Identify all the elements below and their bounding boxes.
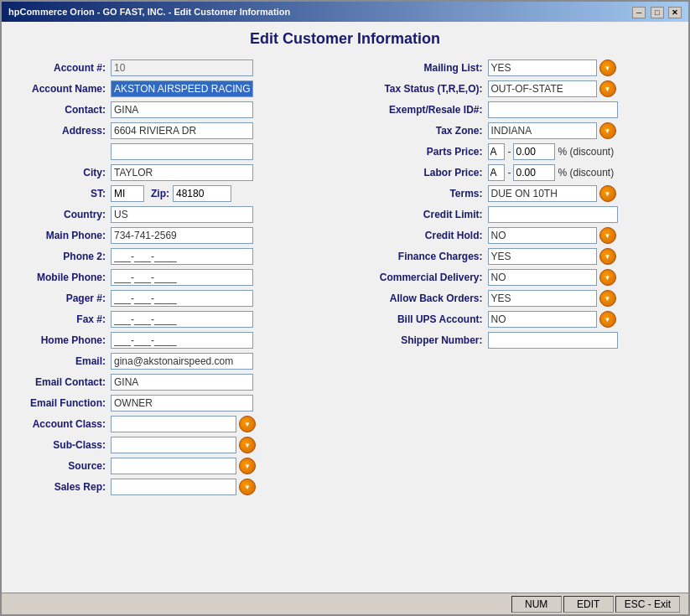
- email-input[interactable]: [111, 353, 253, 370]
- exempt-input[interactable]: [488, 101, 618, 118]
- zip-input[interactable]: [173, 185, 231, 202]
- contact-input[interactable]: [111, 101, 253, 118]
- tax-zone-dropdown-button[interactable]: ▼: [599, 122, 616, 139]
- labor-price-label: Labor Price:: [354, 167, 488, 179]
- terms-input[interactable]: [488, 185, 597, 202]
- account-name-input[interactable]: [111, 80, 253, 97]
- bill-ups-row: Bill UPS Account: ▼: [354, 311, 672, 328]
- labor-price-letter-input[interactable]: [488, 164, 505, 181]
- allow-back-orders-dropdown-button[interactable]: ▼: [599, 290, 616, 307]
- st-label: ST:: [18, 188, 111, 199]
- country-input[interactable]: [111, 206, 253, 223]
- commercial-delivery-input[interactable]: [488, 269, 597, 286]
- minimize-button[interactable]: ─: [632, 7, 646, 18]
- home-phone-input[interactable]: [111, 332, 253, 349]
- credit-hold-field: ▼: [488, 227, 672, 244]
- finance-charges-dropdown-button[interactable]: ▼: [599, 248, 616, 265]
- account-number-row: Account #:: [18, 60, 337, 76]
- credit-hold-dropdown-button[interactable]: ▼: [599, 227, 616, 244]
- sales-rep-dropdown-button[interactable]: ▼: [239, 479, 256, 495]
- address2-input[interactable]: [111, 143, 253, 160]
- mobile-row: Mobile Phone:: [18, 269, 337, 286]
- finance-charges-input[interactable]: [488, 248, 597, 265]
- mailing-list-input[interactable]: [488, 60, 597, 76]
- finance-charges-label: Finance Charges:: [354, 251, 488, 262]
- parts-price-fields: - % (discount): [488, 143, 672, 160]
- email-function-label: Email Function:: [18, 397, 111, 409]
- labor-price-pct-label: % (discount): [558, 167, 615, 179]
- mobile-input[interactable]: [111, 269, 253, 286]
- email-function-input[interactable]: [111, 395, 253, 412]
- close-button[interactable]: ✕: [668, 7, 682, 18]
- fax-input[interactable]: [111, 311, 253, 328]
- contact-row: Contact:: [18, 101, 337, 118]
- parts-price-letter-input[interactable]: [488, 143, 505, 160]
- account-class-input[interactable]: [111, 416, 236, 432]
- source-input[interactable]: [111, 458, 236, 474]
- bill-ups-input[interactable]: [488, 311, 597, 328]
- account-name-label: Account Name:: [18, 83, 111, 95]
- window-title: hpCommerce Orion - GO FAST, INC. - Edit …: [8, 7, 290, 17]
- parts-price-dash: -: [508, 146, 511, 158]
- tax-zone-input[interactable]: [488, 122, 597, 139]
- commercial-delivery-row: Commercial Delivery: ▼: [354, 269, 672, 286]
- sub-class-row: Sub-Class: ▼: [18, 437, 337, 453]
- bill-ups-dropdown-button[interactable]: ▼: [599, 311, 616, 328]
- mailing-list-dropdown-button[interactable]: ▼: [599, 60, 616, 76]
- shipper-number-row: Shipper Number:: [354, 332, 672, 349]
- address-input[interactable]: [111, 122, 253, 139]
- main-phone-input[interactable]: [111, 227, 253, 244]
- account-class-dropdown-button[interactable]: ▼: [239, 416, 256, 432]
- tax-status-input[interactable]: [488, 80, 597, 97]
- allow-back-orders-input[interactable]: [488, 290, 597, 307]
- pager-row: Pager #:: [18, 290, 337, 307]
- pager-input[interactable]: [111, 290, 253, 307]
- sales-rep-input[interactable]: [111, 479, 236, 495]
- allow-back-orders-field: ▼: [488, 290, 672, 307]
- parts-price-num-input[interactable]: [513, 143, 555, 160]
- email-contact-input[interactable]: [111, 374, 253, 391]
- shipper-number-input[interactable]: [488, 332, 618, 349]
- esc-status[interactable]: ESC - Exit: [615, 596, 680, 613]
- sales-rep-label: Sales Rep:: [18, 481, 111, 493]
- city-input[interactable]: [111, 164, 253, 181]
- st-zip-row: ST: Zip:: [18, 185, 337, 202]
- maximize-button[interactable]: □: [651, 7, 664, 18]
- email-contact-label: Email Contact:: [18, 376, 111, 388]
- address-label: Address:: [18, 125, 111, 137]
- terms-label: Terms:: [354, 188, 488, 199]
- email-row: Email:: [18, 353, 337, 370]
- account-number-input[interactable]: [111, 60, 253, 76]
- page-title: Edit Customer Information: [18, 30, 672, 48]
- edit-status: EDIT: [563, 596, 614, 613]
- finance-charges-row: Finance Charges: ▼: [354, 248, 672, 265]
- mailing-list-label: Mailing List:: [354, 62, 488, 74]
- labor-price-num-input[interactable]: [513, 164, 555, 181]
- terms-dropdown-button[interactable]: ▼: [599, 185, 616, 202]
- credit-limit-input[interactable]: [488, 206, 618, 223]
- sub-class-input[interactable]: [111, 437, 236, 453]
- source-label: Source:: [18, 460, 111, 472]
- city-label: City:: [18, 167, 111, 179]
- phone2-input[interactable]: [111, 248, 253, 265]
- main-phone-row: Main Phone:: [18, 227, 337, 244]
- country-label: Country:: [18, 209, 111, 220]
- sub-class-dropdown-button[interactable]: ▼: [239, 437, 256, 453]
- source-field: ▼: [111, 458, 337, 474]
- st-input[interactable]: [111, 185, 144, 202]
- zip-label: Zip:: [151, 188, 169, 199]
- commercial-delivery-dropdown-button[interactable]: ▼: [599, 269, 616, 286]
- email-function-row: Email Function:: [18, 395, 337, 412]
- contact-label: Contact:: [18, 104, 111, 116]
- source-dropdown-button[interactable]: ▼: [239, 458, 256, 474]
- allow-back-orders-row: Allow Back Orders: ▼: [354, 290, 672, 307]
- parts-price-row: Parts Price: - % (discount): [354, 143, 672, 160]
- tax-status-dropdown-button[interactable]: ▼: [599, 80, 616, 97]
- credit-hold-input[interactable]: [488, 227, 597, 244]
- right-column: Mailing List: ▼ Tax Status (T,R,E,O): ▼ …: [354, 60, 672, 500]
- fax-label: Fax #:: [18, 313, 111, 325]
- fax-row: Fax #:: [18, 311, 337, 328]
- home-phone-label: Home Phone:: [18, 334, 111, 346]
- address-row: Address:: [18, 122, 337, 139]
- mailing-list-row: Mailing List: ▼: [354, 60, 672, 76]
